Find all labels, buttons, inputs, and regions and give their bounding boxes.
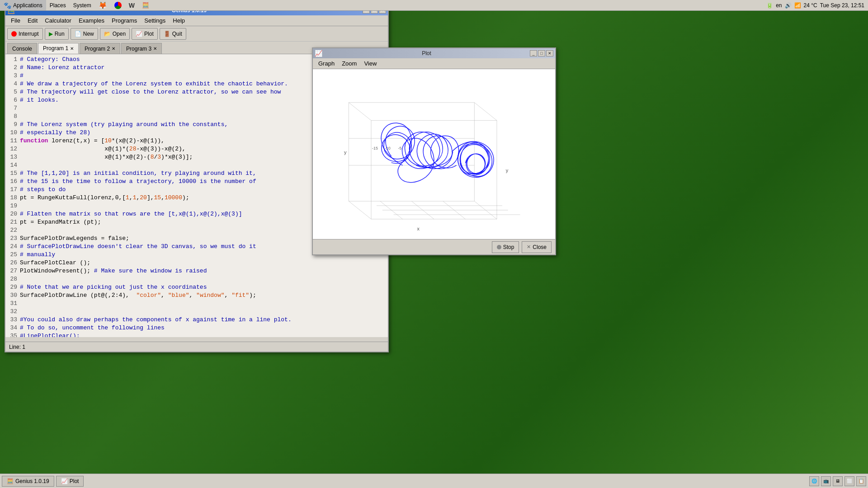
quit-button[interactable]: 🚪 Quit	[160, 28, 186, 40]
status-line: Line: 1	[9, 344, 25, 350]
tb-icon-2[interactable]: 📺	[821, 476, 831, 486]
code-line-26: 26SurfacePlotClear ();	[5, 259, 388, 267]
code-line-31: 31	[5, 300, 388, 308]
genius-status: Line: 1	[5, 342, 388, 352]
plot-menu-view[interactable]: View	[360, 59, 380, 68]
volume-icon: 🔊	[785, 2, 792, 9]
svg-line-10	[474, 103, 497, 121]
plot-title: Plot	[324, 50, 529, 56]
svg-line-9	[349, 103, 371, 121]
taskbar-bottom: 🧮 Genius 1.0.19 📈 Plot 🌐 📺 🖥 ⬜ 📋	[0, 474, 868, 488]
plot-icon: 📈	[136, 31, 142, 37]
datetime: Tue Sep 23, 12:51	[820, 2, 864, 9]
code-line-29: 29# Note that we are picking out just th…	[5, 284, 388, 292]
tab-close-program3[interactable]: ✕	[153, 46, 157, 51]
menu-settings[interactable]: Settings	[141, 16, 169, 25]
lorenz-path-4	[465, 154, 485, 174]
genius-toolbar: Interrupt ▶ Run 📄 New 📂 Open 📈 Plot 🚪 Qu…	[5, 26, 388, 42]
taskbar-apps[interactable]: 🐾 Applications	[0, 0, 46, 10]
plot-minimize-button[interactable]: _	[530, 50, 537, 56]
taskbar-places[interactable]: Places	[46, 0, 70, 10]
plot-menu-zoom[interactable]: Zoom	[338, 59, 360, 68]
run-button[interactable]: ▶ Run	[45, 28, 69, 40]
temperature: 24 °C	[804, 2, 817, 9]
plot-titlebar: 📈 Plot _ □ ✕	[313, 48, 555, 58]
tb-icon-4[interactable]: ⬜	[844, 476, 854, 486]
interrupt-icon	[11, 31, 17, 37]
plot-maximize-button[interactable]: □	[538, 50, 545, 56]
battery-icon: 🔋	[766, 2, 773, 9]
y-axis-label: y	[344, 150, 347, 155]
close-icon: ✕	[527, 244, 531, 250]
taskbar-genius-icon: 🧮	[7, 478, 14, 484]
menu-edit[interactable]: Edit	[24, 16, 41, 25]
chrome-icon[interactable]	[111, 0, 125, 10]
menu-help[interactable]: Help	[169, 16, 189, 25]
close-button-plot[interactable]: ✕ Close	[522, 241, 552, 253]
tb-icon-1[interactable]: 🌐	[809, 476, 819, 486]
plot-menubar: Graph Zoom View	[313, 58, 555, 69]
plot-footer: Stop ✕ Close	[313, 239, 555, 254]
menu-examples[interactable]: Examples	[75, 16, 108, 25]
plot-canvas: x y y -15 -10 -5	[313, 69, 555, 239]
tab-program3[interactable]: Program 3 ✕	[121, 43, 162, 54]
lang-indicator: en	[776, 2, 782, 9]
code-line-32: 32	[5, 308, 388, 316]
tab-program2[interactable]: Program 2 ✕	[80, 43, 120, 54]
run-icon: ▶	[49, 31, 53, 37]
new-icon: 📄	[75, 31, 81, 37]
code-line-28: 28	[5, 276, 388, 284]
plot-window: 📈 Plot _ □ ✕ Graph Zoom View	[312, 47, 556, 255]
tb-icon-5[interactable]: 📋	[856, 476, 866, 486]
z-axis-label: y	[506, 168, 509, 173]
x-axis-label: x	[417, 226, 420, 231]
code-line-34: 34# To do so, uncomment the following li…	[5, 324, 388, 333]
tab-program1[interactable]: Program 1 ✕	[38, 43, 79, 54]
menu-programs[interactable]: Programs	[108, 16, 141, 25]
menu-file[interactable]: File	[7, 16, 24, 25]
plot-button[interactable]: 📈 Plot	[132, 28, 158, 40]
tab-close-program1[interactable]: ✕	[70, 46, 74, 51]
firefox-icon[interactable]: 🦊	[95, 0, 111, 10]
stop-button[interactable]: Stop	[492, 241, 519, 253]
new-button[interactable]: 📄 New	[71, 28, 98, 40]
stop-icon	[497, 245, 501, 249]
network-icon: 📶	[794, 2, 801, 9]
taskbar-system[interactable]: System	[70, 0, 95, 10]
tb-icon-3[interactable]: 🖥	[833, 476, 843, 486]
lorenz-path-1	[381, 123, 458, 182]
axis-num-3: -5	[398, 146, 402, 150]
code-line-35: 35#LinePlotClear();	[5, 333, 388, 337]
code-line-30: 30SurfacePlotDrawLine (pt@(,2:4), "color…	[5, 292, 388, 300]
svg-line-1	[349, 201, 371, 219]
plot-close-button[interactable]: ✕	[546, 50, 553, 56]
axis-num-1: -15	[372, 146, 378, 150]
code-line-33: 33#You could also draw perhaps the compo…	[5, 316, 388, 324]
tab-close-program2[interactable]: ✕	[112, 46, 115, 51]
interrupt-button[interactable]: Interrupt	[7, 28, 43, 40]
lorenz-plot: x y y -15 -10 -5	[313, 69, 555, 239]
genius-menubar: File Edit Calculator Examples Programs S…	[5, 15, 388, 26]
quit-icon: 🚪	[164, 31, 170, 37]
wikipedia-icon[interactable]: W	[125, 0, 138, 10]
open-button[interactable]: 📂 Open	[100, 28, 130, 40]
taskbar-plot-app[interactable]: 📈 Plot	[56, 476, 84, 487]
open-icon: 📂	[104, 31, 111, 37]
menu-calculator[interactable]: Calculator	[41, 16, 75, 25]
tab-console[interactable]: Console	[7, 43, 37, 54]
code-line-27: 27PlotWindowPresent(); # Make sure the w…	[5, 267, 388, 276]
plot-menu-graph[interactable]: Graph	[315, 59, 338, 68]
taskbar-genius-app[interactable]: 🧮 Genius 1.0.19	[2, 476, 54, 487]
calculator-icon[interactable]: 🧮	[138, 0, 153, 10]
taskbar-plot-icon: 📈	[61, 478, 68, 484]
